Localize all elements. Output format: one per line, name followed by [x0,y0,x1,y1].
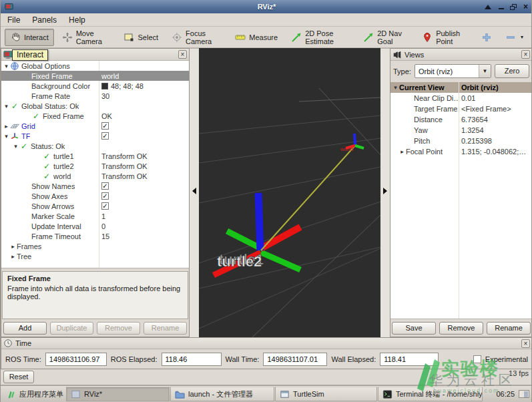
expander-icon[interactable]: ▾ [3,133,10,140]
tree-row[interactable]: ✓turtle2Transform OK [1,161,189,171]
tree-row[interactable]: ▾TF✓ [1,131,189,141]
views-close-icon[interactable]: × [521,50,530,59]
property-value[interactable]: 48; 48; 48 [111,82,144,90]
chevron-down-icon[interactable]: ▼ [479,65,491,77]
displays-close-icon[interactable]: × [178,50,187,59]
tree-row[interactable]: ▸Tree [1,251,189,261]
tree-row[interactable]: Frame Timeout15 [1,231,189,241]
expander-icon[interactable]: ▾ [3,63,10,69]
experimental-checkbox[interactable] [473,355,481,363]
maximize-button[interactable] [510,4,517,10]
tree-row[interactable]: ▸Grid✓ [1,121,189,131]
expander-icon[interactable]: ▾ [3,103,10,110]
tree-row[interactable]: Frame Rate30 [1,91,189,101]
checkbox-checked[interactable]: ✓ [101,192,109,200]
3d-viewport[interactable]: world turtle1 turtle2 [199,48,380,337]
remove-view-button[interactable]: Remove [439,322,483,335]
wall-time-input[interactable]: 1498631107.01 [263,353,327,366]
property-value[interactable]: <Fixed Frame> [459,105,532,113]
checkbox-checked[interactable]: ✓ [101,202,109,210]
clock-text[interactable]: 06:25 [496,390,515,398]
pager-icon[interactable] [519,390,529,398]
property-value[interactable]: Transform OK [101,172,148,180]
tool-interact[interactable]: Interact [5,29,54,46]
wall-elapsed-input[interactable]: 118.41 [380,353,439,366]
titlebar[interactable]: RViz* × [1,0,532,13]
view-property-row[interactable]: ▾Current ViewOrbit (rviz) [390,82,532,93]
minimize-button[interactable] [497,3,505,11]
expander-icon[interactable]: ▸ [9,243,17,250]
close-button[interactable]: × [521,3,530,11]
task-rviz[interactable]: RViz* [66,387,170,401]
tree-row[interactable]: ✓turtle1Transform OK [1,151,189,161]
view-property-row[interactable]: Pitch0.215398 [390,136,532,146]
checkbox-checked[interactable]: ✓ [101,132,109,140]
property-value[interactable]: 30 [101,92,109,100]
expander-icon[interactable]: ▸ [3,123,10,130]
ros-time-input[interactable]: 1498631106.97 [45,353,107,366]
view-property-row[interactable]: ▸Focal Point1.315; -0.048062;… [390,146,532,157]
chevron-down-icon[interactable]: ▾ [521,34,523,40]
menu-item-panels[interactable]: Panels [26,14,63,26]
property-value[interactable]: 1.3254 [459,126,532,134]
expander-icon[interactable]: ▸ [9,253,17,260]
tool-measure[interactable]: Measure [230,29,283,46]
property-value[interactable]: Transform OK [101,152,148,160]
property-value[interactable]: 0.215398 [459,137,532,145]
expander-icon[interactable]: ▾ [392,84,399,91]
tool-add-tool[interactable] [476,29,497,46]
property-value[interactable]: 1 [101,212,105,220]
menu-item-help[interactable]: Help [63,14,91,26]
tree-row[interactable]: Show Axes✓ [1,191,189,201]
app-menu[interactable]: 应用程序菜单 [1,387,65,401]
tool-2d-pose-estimate[interactable]: 2D Pose Estimate [286,26,355,49]
duplicate-button[interactable]: Duplicate [50,322,93,335]
tree-row[interactable]: Background Color48; 48; 48 [1,81,189,91]
tool-move-camera[interactable]: Move Camera [57,26,116,49]
collapse-right-icon[interactable] [383,188,387,194]
tree-row[interactable]: Update Interval0 [1,221,189,231]
tool-remove-tool[interactable]: ▾ [500,29,529,46]
time-close-icon[interactable]: × [521,339,530,348]
tree-row[interactable]: ▸Frames [1,241,189,251]
rename-button[interactable]: Rename [144,322,187,335]
reset-button[interactable]: Reset [3,371,34,383]
tree-row[interactable]: ▾✓Global Status: Ok [1,101,189,111]
property-value[interactable]: Orbit (rviz) [459,83,532,91]
shade-button[interactable] [483,3,492,11]
view-property-row[interactable]: Target Frame<Fixed Frame> [390,104,532,114]
add-button[interactable]: Add [3,322,47,335]
tool-focus-camera[interactable]: Focus Camera [166,26,227,49]
menu-item-file[interactable]: File [3,14,26,26]
tree-row[interactable]: Marker Scale1 [1,211,189,221]
zero-button[interactable]: Zero [495,64,529,78]
view-type-select[interactable]: Orbit (rviz) ▼ [415,64,491,78]
color-swatch[interactable] [101,83,108,89]
task-turtlesim[interactable]: TurtleSim [275,387,377,401]
checkbox-checked[interactable]: ✓ [101,182,109,190]
tree-row[interactable]: Show Arrows✓ [1,201,189,211]
rename-view-button[interactable]: Rename [487,322,531,335]
right-splitter[interactable] [380,48,390,337]
task-terminal[interactable]: Terminal 终端 - /home/shiy [378,387,483,401]
task-file-manager[interactable]: launch - 文件管理器 [170,387,274,401]
property-value[interactable]: 6.73654 [459,116,532,124]
tool-2d-nav-goal[interactable]: 2D Nav Goal [358,26,414,49]
property-value[interactable]: world [101,72,119,80]
ros-elapsed-input[interactable]: 118.46 [162,353,222,366]
checkbox-checked[interactable]: ✓ [101,122,109,130]
expander-icon[interactable]: ▾ [12,143,19,150]
property-value[interactable]: 15 [101,232,109,240]
property-value[interactable]: 1.315; -0.048062;… [459,148,532,156]
collapse-left-icon[interactable] [192,188,196,194]
tree-row[interactable]: ▾✓Status: Ok [1,141,189,151]
property-value[interactable]: Transform OK [101,162,148,170]
property-value[interactable]: 0 [101,222,105,230]
tool-select[interactable]: Select [118,29,164,46]
property-value[interactable]: 0.01 [459,94,532,102]
tool-publish-point[interactable]: Publish Point [417,26,473,49]
tree-row[interactable]: Fixed Frameworld [1,71,189,81]
tree-row[interactable]: ✓worldTransform OK [1,171,189,181]
view-property-row[interactable]: Near Clip Di…0.01 [390,93,532,104]
view-property-row[interactable]: Yaw1.3254 [390,125,532,136]
